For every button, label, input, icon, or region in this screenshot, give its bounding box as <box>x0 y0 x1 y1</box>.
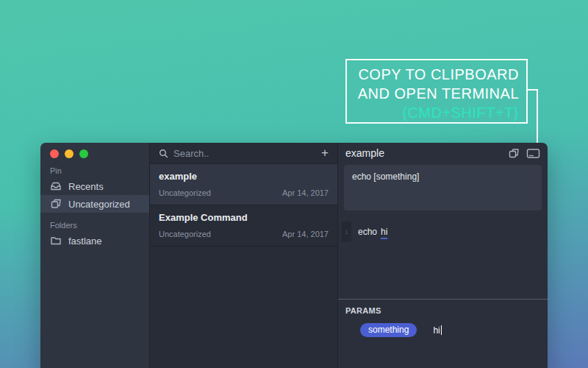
snippet-list-column: + example Uncategorized Apr 14, 2017 Exa… <box>149 143 338 368</box>
list-item-title: Example Command <box>159 212 329 223</box>
params-section: PARAMS something hi <box>338 299 548 337</box>
sidebar-section-pin: Pin <box>50 166 149 175</box>
text-caret <box>441 325 442 335</box>
param-value-text: hi <box>433 325 440 336</box>
traffic-lights <box>40 143 149 158</box>
param-chip[interactable]: something <box>360 323 417 337</box>
list-item[interactable]: example Uncategorized Apr 14, 2017 <box>150 163 337 205</box>
inbox-icon <box>50 181 62 191</box>
search-bar: + <box>150 143 337 163</box>
close-window-button[interactable] <box>50 149 59 158</box>
detail-title: example <box>345 147 508 159</box>
search-input[interactable] <box>173 148 316 159</box>
sidebar-item-label: Uncategorized <box>68 199 130 210</box>
detail-panel: example echo [something] 1 echohi PARAMS… <box>338 143 548 368</box>
sidebar-item-recents[interactable]: Recents <box>40 177 149 195</box>
add-snippet-button[interactable]: + <box>321 146 329 160</box>
list-item-title: example <box>159 171 329 182</box>
preview-command: echo <box>358 227 377 237</box>
sidebar-item-label: Recents <box>68 181 104 192</box>
param-value-input[interactable]: hi <box>433 325 441 336</box>
search-icon <box>159 149 168 158</box>
list-item-category: Uncategorized <box>159 230 211 238</box>
list-item-category: Uncategorized <box>159 188 211 197</box>
minimize-window-button[interactable] <box>65 149 74 158</box>
line-number-gutter: 1 <box>342 222 351 242</box>
snippet-code-editor[interactable]: echo [something] <box>344 165 542 210</box>
params-label: PARAMS <box>345 306 548 315</box>
list-item[interactable]: Example Command Uncategorized Apr 14, 20… <box>150 205 337 247</box>
callout-annotation: COPY TO CLIPBOARD AND OPEN TERMINAL {CMD… <box>345 59 528 124</box>
sidebar-item-label: fastlane <box>68 236 102 247</box>
sidebar-item-fastlane[interactable]: fastlane <box>40 232 149 250</box>
sidebar: Pin Recents Uncategorized Folders fastla… <box>40 143 149 368</box>
preview-param-value: hi <box>381 227 387 239</box>
snippet-code-text: echo [something] <box>352 171 419 182</box>
folder-icon <box>50 236 62 246</box>
zoom-window-button[interactable] <box>79 149 88 158</box>
copy-pages-icon <box>50 199 62 209</box>
list-item-date: Apr 14, 2017 <box>282 230 329 238</box>
callout-line-1: COPY TO CLIPBOARD <box>347 65 519 84</box>
preview-row: 1 echohi <box>338 222 548 242</box>
detail-header: example <box>338 143 548 163</box>
callout-line-2: AND OPEN TERMINAL <box>347 84 519 103</box>
callout-shortcut: {CMD+SHIFT+T} <box>347 103 519 122</box>
app-window: Pin Recents Uncategorized Folders fastla… <box>40 143 548 368</box>
callout-connector-vertical <box>537 89 538 146</box>
copy-to-clipboard-icon[interactable] <box>508 148 520 159</box>
add-folder-button[interactable]: + <box>49 364 57 368</box>
open-terminal-icon[interactable] <box>526 148 540 159</box>
list-item-date: Apr 14, 2017 <box>282 188 329 197</box>
sidebar-item-uncategorized[interactable]: Uncategorized <box>40 195 149 213</box>
sidebar-section-folders: Folders <box>50 221 149 230</box>
